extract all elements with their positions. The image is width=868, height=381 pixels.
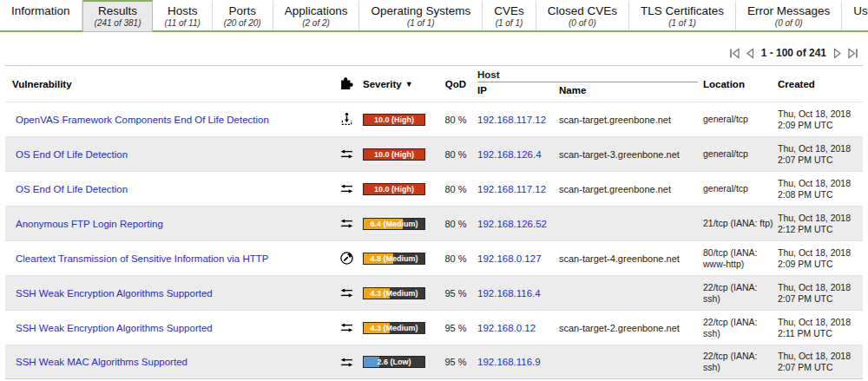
severity-badge: 4.3 (Medium) [363,322,425,334]
severity-label: 4.3 (Medium) [364,288,424,299]
solution-vendorfix-icon [339,112,354,127]
tab-count: (1 of 1) [496,18,523,29]
host-ip-link[interactable]: 192.168.116.4 [477,288,541,299]
section-tab-bar: Information Results (241 of 381) Hosts (… [0,0,868,32]
last-page-icon[interactable] [846,47,859,60]
section-tab[interactable]: Operating Systems (1 of 1) [359,0,483,30]
header-created[interactable]: Created [778,66,859,102]
section-tab[interactable]: TLS Certificates (1 of 1) [629,0,736,30]
section-tab[interactable]: Applications (2 of 2) [273,0,360,30]
table-header: Vulnerability Severity ▼ QoD Host IP Nam… [5,66,863,102]
tab-label: CVEs [494,4,524,18]
created-value: Thu, Oct 18, 2018 2:07 PM UTC [778,143,859,166]
severity-label: 6.4 (Medium) [364,219,424,229]
host-ip-link[interactable]: 192.168.126.52 [477,219,547,229]
result-row: OS End Of Life Detection [5,136,863,171]
header-location[interactable]: Location [703,66,778,102]
solution-willnotfix-icon [339,355,354,370]
puzzle-icon [339,76,354,92]
host-ip-link[interactable]: 192.168.116.9 [477,357,541,367]
vulnerability-link[interactable]: SSH Weak Encryption Algorithms Supported [12,288,213,299]
tab-count: (20 of 20) [224,18,261,29]
section-tab[interactable]: Error Messages (0 of 0) [736,0,842,30]
vulnerability-link[interactable]: OpenVAS Framework Components End Of Life… [12,115,269,125]
created-value: Thu, Oct 18, 2018 2:09 PM UTC [778,247,859,270]
section-tab[interactable]: Results (241 of 381) [82,0,154,32]
section-tab[interactable]: User Tags (0) [842,0,868,30]
solution-willnotfix-icon [339,286,354,300]
section-tab[interactable]: Closed CVEs (0 of 0) [536,0,629,30]
result-row: OS End Of Life Detection [5,171,863,206]
tab-label: Information [11,4,70,18]
severity-badge: 10.0 (High) [363,148,425,161]
qod-value: 80 % [434,253,477,264]
location-value: general/tcp [703,148,778,160]
first-page-icon[interactable] [728,47,741,60]
severity-badge: 10.0 (High) [363,114,425,126]
tab-label: Applications [285,4,348,18]
header-host-group: Host IP Name [477,66,703,102]
location-value: general/tcp [703,114,778,125]
solution-willnotfix-icon [339,216,354,231]
created-value: Thu, Oct 18, 2018 2:07 PM UTC [778,282,859,305]
solution-willnotfix-icon [339,147,354,161]
host-ip-link[interactable]: 192.168.117.12 [477,115,546,125]
location-value: 22/tcp (IANA: ssh) [703,351,778,373]
host-name: scan-target-2.greenbone.net [559,323,703,333]
severity-label: 4.3 (Medium) [364,323,424,333]
qod-value: 95 % [434,288,477,299]
host-ip-link[interactable]: 192.168.0.127 [477,253,542,264]
host-name: scan-target.greenbone.net [559,184,703,194]
vulnerability-link[interactable]: OS End Of Life Detection [12,149,128,160]
severity-label: 10.0 (High) [364,115,424,125]
location-value: 21/tcp (IANA: ftp) [703,218,778,229]
severity-badge: 10.0 (High) [363,183,425,195]
header-qod[interactable]: QoD [434,66,477,102]
tab-label: TLS Certificates [641,4,724,18]
host-ip-link[interactable]: 192.168.0.12 [477,323,536,333]
section-tab[interactable]: CVEs (1 of 1) [483,0,536,30]
toolbar: 1 - 100 of 241 [0,32,868,63]
section-tab[interactable]: Hosts (11 of 11) [153,0,212,30]
section-tab[interactable]: Ports (20 of 20) [213,0,273,30]
header-vulnerability[interactable]: Vulnerability [9,66,333,102]
header-host: Host [477,69,698,82]
host-ip-link[interactable]: 192.168.126.4 [477,149,542,160]
severity-label: 10.0 (High) [364,184,424,194]
vulnerability-link[interactable]: SSH Weak Encryption Algorithms Supported [12,323,213,333]
location-value: 22/tcp (IANA: ssh) [703,317,778,339]
next-page-icon[interactable] [831,47,844,60]
header-name[interactable]: Name [559,85,703,95]
results-table: Vulnerability Severity ▼ QoD Host IP Nam… [5,65,863,379]
pagination-range: 1 - 100 of 241 [761,47,826,59]
vulnerability-link[interactable]: SSH Weak MAC Algorithms Supported [12,357,187,367]
tab-count: (1 of 1) [407,18,435,29]
vulnerability-link[interactable]: Cleartext Transmission of Sensitive Info… [12,253,268,264]
result-row: SSH Weak Encryption Algorithms Supported [5,275,863,310]
solution-willnotfix-icon [339,320,354,335]
header-solution-type[interactable] [333,66,359,102]
section-tab[interactable]: Information [0,0,82,30]
header-ip[interactable]: IP [477,85,559,95]
sort-descending-icon: ▼ [405,80,413,89]
host-name: scan-target.greenbone.net [559,115,703,125]
result-row: Cleartext Transmission of Sensitive Info… [5,240,863,275]
tab-label: Error Messages [747,4,830,18]
vulnerability-link[interactable]: Anonymous FTP Login Reporting [12,219,163,229]
severity-badge: 6.4 (Medium) [363,218,425,230]
header-severity-label: Severity [363,79,402,89]
table-body: OpenVAS Framework Components End Of Life… [5,102,863,379]
qod-value: 95 % [434,357,477,367]
tab-label: Ports [228,4,256,18]
qod-value: 80 % [434,184,477,194]
vulnerability-link[interactable]: OS End Of Life Detection [12,184,128,194]
host-ip-link[interactable]: 192.168.117.12 [477,184,546,194]
previous-page-icon[interactable] [744,47,757,60]
severity-label: 4.8 (Medium) [364,253,424,264]
tab-label: Operating Systems [371,4,470,18]
tab-count: (0 of 0) [775,18,803,29]
header-severity[interactable]: Severity ▼ [359,66,434,102]
qod-value: 80 % [434,115,477,125]
result-row: OpenVAS Framework Components End Of Life… [5,102,863,136]
created-value: Thu, Oct 18, 2018 2:07 PM UTC [778,351,859,373]
